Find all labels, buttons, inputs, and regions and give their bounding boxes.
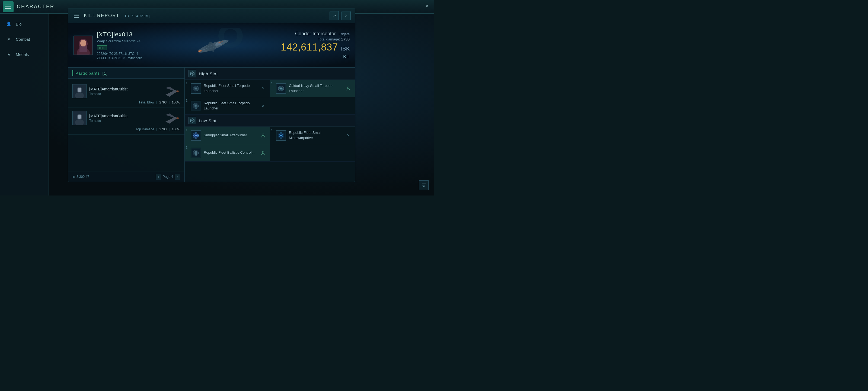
low-slot-item-1: 1 Smuggler Small After (185, 127, 270, 144)
svg-point-22 (176, 90, 179, 92)
participant-2-ship-icon (164, 111, 180, 125)
participants-list: [MATE]AmarrianCultist Tornado Fi (68, 79, 184, 172)
stat-label-2: Top Damage (135, 127, 154, 131)
participant-2-stats: Top Damage | 2793 | 100% (72, 127, 180, 131)
damage-info: Total damage: 2793 (281, 37, 350, 41)
participants-accent (72, 70, 73, 76)
isk-unit: ISK (341, 46, 350, 52)
svg-point-51 (195, 135, 197, 136)
sidebar-label-combat: Combat (16, 37, 30, 41)
sidebar: 👤 Bio ⚔ Combat ★ Medals (0, 13, 49, 196)
svg-point-29 (176, 117, 179, 119)
high-item-3-action[interactable]: × (260, 103, 267, 109)
participants-header: Participants [1] (68, 67, 184, 79)
low-slot-header: Low Slot (185, 115, 355, 127)
svg-rect-64 (195, 151, 197, 155)
svg-point-45 (195, 105, 197, 107)
stat-pct-1: 100% (172, 101, 180, 104)
svg-marker-28 (165, 113, 179, 118)
low-slot-grid: 1 Smuggler Small After (185, 127, 355, 162)
participant-2-ship: Tornado (89, 119, 161, 123)
kill-banner: [XTC]lex013 Warp Scramble Strength: -4 K… (68, 23, 355, 67)
ship-image (142, 28, 281, 63)
low-item-1-icon (191, 130, 201, 141)
svg-point-18 (78, 88, 82, 92)
kill-stats: Condor Interceptor Frigate Total damage:… (281, 31, 350, 60)
modal-hamburger-button[interactable] (72, 12, 80, 20)
victim-info: [XTC]lex013 Warp Scramble Strength: -4 K… (97, 31, 142, 60)
sidebar-label-medals: Medals (16, 52, 29, 57)
combat-icon: ⚔ (5, 35, 12, 43)
participant-1: [MATE]AmarrianCultist Tornado Fi (68, 81, 184, 108)
bio-icon: 👤 (5, 20, 12, 28)
svg-point-15 (221, 28, 240, 45)
filter-button[interactable] (419, 180, 429, 190)
low-item-3-icon (191, 148, 201, 158)
prev-page-button[interactable]: ‹ (156, 174, 161, 179)
participant-2-name: [MATE]AmarrianCultist (89, 114, 161, 118)
high-item-1-action[interactable]: × (260, 85, 267, 92)
modal-body: Participants [1] (68, 67, 355, 181)
stat-pct-2: 100% (172, 127, 180, 131)
low-item-2-action[interactable]: × (345, 132, 351, 139)
participant-1-avatar (72, 84, 87, 98)
participant-1-name: [MATE]AmarrianCultist (89, 87, 161, 91)
low-slot-title: Low Slot (199, 118, 217, 123)
participant-1-stats: Final Blow | 2793 | 100% (72, 101, 180, 104)
footer-icon: ◈ (72, 175, 75, 179)
export-button[interactable]: ↗ (330, 11, 339, 20)
modal-actions: ↗ × (330, 11, 351, 20)
participant-2-top: [MATE]AmarrianCultist Tornado (72, 111, 180, 125)
svg-rect-4 (80, 47, 87, 52)
modal-close-button[interactable]: × (341, 11, 351, 20)
low-item-1-qty: 1 (186, 129, 187, 132)
next-page-button[interactable]: › (175, 174, 180, 179)
stat-damage-2: 2793 (159, 127, 166, 131)
low-item-1-action[interactable] (260, 132, 267, 139)
high-item-2-name: Caldari Navy Small Torpedo Launcher (289, 83, 342, 93)
high-item-3-qty: 1 (186, 99, 187, 102)
ship-class: Condor Interceptor (295, 31, 336, 36)
ship-name-type: Condor Interceptor Frigate (281, 31, 350, 37)
stat-label-1: Final Blow (139, 101, 154, 104)
low-item-2-name: Republic Fleet Small Microwarpdrive (289, 130, 342, 140)
high-item-1-icon (191, 83, 201, 94)
participant-1-top: [MATE]AmarrianCultist Tornado (72, 84, 180, 98)
participant-1-ship-icon (164, 84, 180, 98)
participants-panel: Participants [1] (68, 67, 185, 181)
low-item-3-qty: 1 (186, 146, 187, 149)
footer-isk: ◈ 3,300.47 (72, 175, 89, 179)
app-title: CHARACTER (17, 4, 55, 9)
app-close-button[interactable]: × (425, 3, 429, 10)
high-item-2-action[interactable] (345, 85, 351, 92)
sidebar-label-bio: Bio (16, 22, 22, 26)
sidebar-item-combat[interactable]: ⚔ Combat (0, 31, 49, 47)
sidebar-item-medals[interactable]: ★ Medals (0, 47, 49, 62)
victim-badge: Kill (97, 45, 107, 50)
total-damage-label: Total damage: (318, 37, 340, 41)
high-item-2-icon (276, 83, 286, 94)
stat-damage-1: 2793 (159, 101, 166, 104)
modal-title: KILL REPORT [ID:7040295] (84, 13, 326, 19)
low-item-1-name: Smuggler Small Afterburner (204, 133, 257, 138)
high-slot-icon (188, 70, 196, 77)
isk-amount: 142,611,837 (281, 41, 338, 53)
high-slot-title: High Slot (199, 72, 218, 76)
kill-location: ZID-LE < 3-PC31 < Feythabolis (97, 56, 142, 60)
participant-2-avatar (72, 111, 87, 125)
hamburger-button[interactable] (3, 1, 13, 12)
medals-icon: ★ (5, 51, 12, 58)
low-item-2-icon (276, 130, 286, 141)
high-slot-item-3: 1 Republic Fleet Small Torpedo Launcher … (185, 97, 270, 115)
low-item-2-qty: 1 (271, 129, 273, 132)
low-item-3-name: Republic Fleet Ballistic Control... (204, 150, 257, 155)
ship-illustration (176, 28, 247, 63)
high-item-1-name: Republic Fleet Small Torpedo Launcher (204, 83, 257, 93)
kill-report-modal: KILL REPORT [ID:7040295] ↗ × [XT (68, 8, 355, 182)
participant-2-details: [MATE]AmarrianCultist Tornado (89, 114, 161, 123)
ship-type: Frigate (339, 32, 350, 36)
sidebar-item-bio[interactable]: 👤 Bio (0, 16, 49, 31)
low-item-3-action[interactable] (260, 149, 267, 156)
modal-header: KILL REPORT [ID:7040295] ↗ × (68, 8, 355, 23)
page-indicator: ‹ Page 4 › (156, 174, 180, 179)
